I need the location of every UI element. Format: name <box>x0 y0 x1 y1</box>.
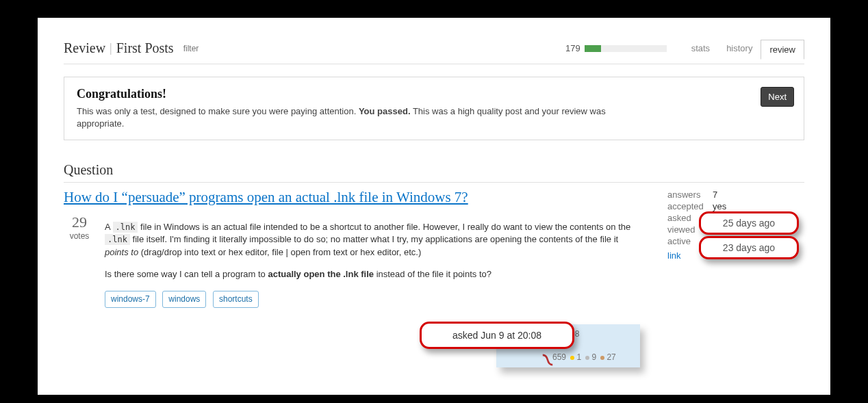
page-title: Review <box>64 40 105 56</box>
progress-count: 179 <box>565 43 580 53</box>
user-badges: 659 1 9 27 <box>503 352 633 363</box>
vote-count: 29 <box>64 213 95 231</box>
inline-code: .lnk <box>113 222 138 233</box>
side-val: 7 <box>713 190 804 200</box>
notice-body: This was only a test, designed to make s… <box>77 105 624 130</box>
side-key: asked <box>667 213 713 223</box>
side-row-accepted: acceptedyes <box>667 201 804 211</box>
user-card: asked Jun 9 at 20:08 659 1 9 27 <box>496 324 640 367</box>
tag[interactable]: windows-7 <box>105 291 156 308</box>
post-bold: actually open the .lnk file <box>268 269 374 279</box>
review-topbar: Review | First Posts filter 179 stats hi… <box>64 38 804 64</box>
question-main: How do I “persuade” programs open an act… <box>64 188 667 367</box>
side-key: accepted <box>667 201 713 211</box>
question-title-link[interactable]: How do I “persuade” programs open an act… <box>64 188 640 206</box>
inline-code: .lnk <box>105 234 130 245</box>
side-row-asked: asked25 days ago <box>667 213 804 223</box>
side-row-answers: answers7 <box>667 190 804 200</box>
tag[interactable]: shortcuts <box>213 291 259 308</box>
vote-cell: 29 votes <box>64 212 95 241</box>
post-text: Is there some way I can tell a program t… <box>105 269 268 279</box>
notice-text: This was only a test, designed to make s… <box>77 106 359 116</box>
side-key: active <box>667 236 713 246</box>
question-sidebar: answers7 acceptedyes asked25 days ago vi… <box>667 188 804 261</box>
side-row-viewed: viewed <box>667 224 804 235</box>
queue-name: First Posts <box>116 40 174 56</box>
notice-heading: Congratulations! <box>77 87 791 101</box>
next-button[interactable]: Next <box>761 87 794 107</box>
side-val <box>713 224 804 235</box>
vote-label: votes <box>64 231 95 241</box>
post-text: A <box>105 222 113 232</box>
title-separator: | <box>110 41 112 55</box>
bronze-dot-icon <box>600 356 604 360</box>
side-link[interactable]: link <box>667 250 681 261</box>
page: Review | First Posts filter 179 stats hi… <box>38 18 830 395</box>
bronze-count: 27 <box>607 352 615 362</box>
tag[interactable]: windows <box>162 291 206 308</box>
progress-bar <box>585 45 667 52</box>
silver-count: 9 <box>591 352 596 362</box>
post-text: instead of the file it points to? <box>374 269 492 279</box>
silver-dot-icon <box>585 356 589 360</box>
tab-review[interactable]: review <box>761 40 804 60</box>
user-rep: 659 <box>552 352 566 362</box>
section-heading: Question <box>64 162 804 183</box>
audit-notice: Congratulations! This was only a test, d… <box>64 77 804 140</box>
post-body: A .lnk file in Windows is an actual file… <box>105 212 640 368</box>
side-key: answers <box>667 190 713 200</box>
side-val: yes <box>713 201 804 211</box>
usercard-wrap: asked Jun 9 at 20:08 659 1 9 27 <box>105 324 640 367</box>
gold-dot-icon <box>570 356 574 360</box>
question-body: 29 votes A .lnk file in Windows is an ac… <box>64 212 640 368</box>
question-row: How do I “persuade” programs open an act… <box>64 188 804 367</box>
notice-passed: You passed. <box>359 106 411 116</box>
post-text: (drag/drop into text or hex editor, file… <box>138 247 421 257</box>
post-text: file itself. I'm finding it literally im… <box>130 234 618 244</box>
tab-stats[interactable]: stats <box>683 39 718 57</box>
filter-link[interactable]: filter <box>183 44 199 53</box>
post-text: file in Windows is an actual file intend… <box>138 222 630 232</box>
asked-line: asked Jun 9 at 20:08 <box>503 328 633 340</box>
side-row-active: active23 days ago <box>667 236 804 246</box>
gold-count: 1 <box>576 352 581 362</box>
avatar-icon <box>541 354 554 366</box>
tag-list: windows-7 windows shortcuts <box>105 291 640 308</box>
tab-history[interactable]: history <box>718 39 761 57</box>
post-em: points to <box>105 247 138 257</box>
side-key: viewed <box>667 224 713 235</box>
